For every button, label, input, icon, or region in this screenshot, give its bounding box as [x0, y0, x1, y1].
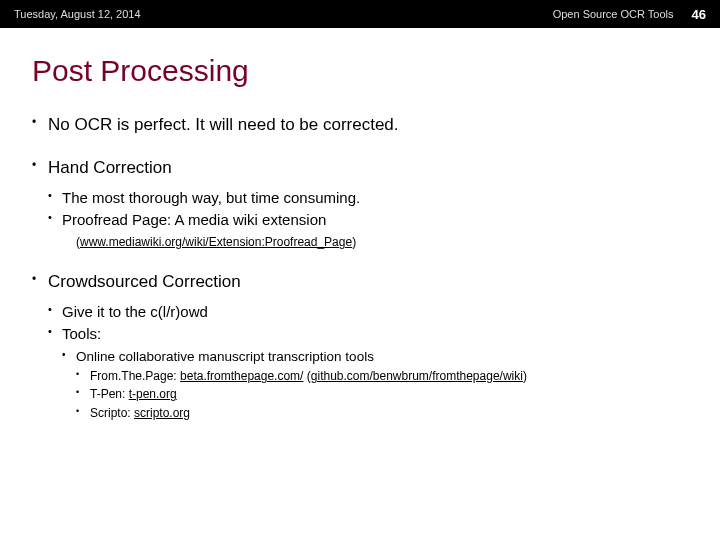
subsub-list: Online collaborative manuscript transcri…: [62, 348, 688, 421]
slide-header: Tuesday, August 12, 2014 Open Source OCR…: [0, 0, 720, 28]
fromthepage-link[interactable]: beta.fromthepage.com/: [180, 369, 303, 383]
paren-close: ): [352, 235, 356, 249]
slide-title: Post Processing: [32, 54, 688, 88]
tpen-link[interactable]: t-pen.org: [129, 387, 177, 401]
header-date: Tuesday, August 12, 2014: [14, 8, 553, 20]
bullet-hand-correction: Hand Correction The most thorough way, b…: [32, 157, 688, 251]
header-topic: Open Source OCR Tools: [553, 8, 674, 20]
sub-list: Give it to the c(l/r)owd Tools: Online c…: [48, 302, 688, 421]
tool-tpen: T-Pen: t-pen.org: [76, 386, 688, 402]
bullet-text: Online collaborative manuscript transcri…: [76, 349, 374, 364]
tool-scripto: Scripto: scripto.org: [76, 405, 688, 421]
tool-label: From.The.Page:: [90, 369, 180, 383]
sub-list: The most thorough way, but time consumin…: [48, 188, 688, 251]
bullet-no-ocr-perfect: No OCR is perfect. It will need to be co…: [32, 114, 688, 137]
bullet-text: Hand Correction: [48, 158, 172, 177]
tool-fromthepage: From.The.Page: beta.fromthepage.com/ (gi…: [76, 368, 688, 384]
bullet-crowdsourced: Crowdsourced Correction Give it to the c…: [32, 271, 688, 421]
tool-label: T-Pen:: [90, 387, 129, 401]
tool-label: Scripto:: [90, 406, 134, 420]
bullet-text: Proofread Page: A media wiki extension: [62, 211, 326, 228]
fromthepage-github-link[interactable]: github.com/benwbrum/fromthepage/wiki: [311, 369, 523, 383]
subbullet-tools: Tools: Online collaborative manuscript t…: [48, 324, 688, 421]
bullet-text: Crowdsourced Correction: [48, 272, 241, 291]
bullet-text: No OCR is perfect. It will need to be co…: [48, 115, 399, 134]
bullet-list: No OCR is perfect. It will need to be co…: [32, 114, 688, 421]
subsubbullet-online-tools: Online collaborative manuscript transcri…: [62, 348, 688, 421]
paren-open: (: [303, 369, 310, 383]
proofread-link-note: (www.mediawiki.org/wiki/Extension:Proofr…: [76, 234, 688, 250]
subsubsub-list: From.The.Page: beta.fromthepage.com/ (gi…: [76, 368, 688, 421]
scripto-link[interactable]: scripto.org: [134, 406, 190, 420]
paren-close: ): [523, 369, 527, 383]
bullet-text: Give it to the c(l/r)owd: [62, 303, 208, 320]
bullet-text: The most thorough way, but time consumin…: [62, 189, 360, 206]
proofread-page-link[interactable]: www.mediawiki.org/wiki/Extension:Proofre…: [80, 235, 352, 249]
bullet-text: Tools:: [62, 325, 101, 342]
subbullet-thorough: The most thorough way, but time consumin…: [48, 188, 688, 208]
header-page-number: 46: [692, 7, 706, 22]
subbullet-crowd: Give it to the c(l/r)owd: [48, 302, 688, 322]
slide-body: Post Processing No OCR is perfect. It wi…: [0, 28, 720, 421]
subbullet-proofread-page: Proofread Page: A media wiki extension (…: [48, 210, 688, 250]
